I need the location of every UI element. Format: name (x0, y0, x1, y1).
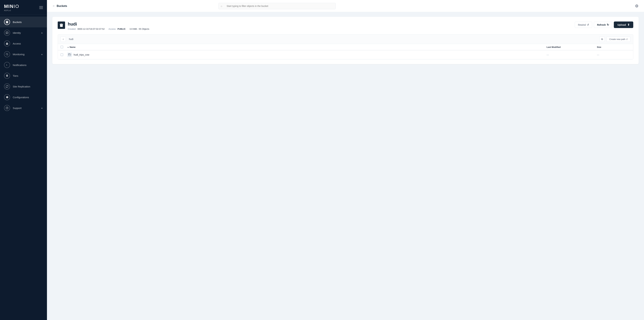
create-new-path-button[interactable]: Create new path // (606, 37, 630, 42)
rewind-icon: ↺ (587, 23, 589, 26)
sort-arrow-icon: ▲ (67, 46, 69, 48)
sidebar-support-label: Support (13, 107, 22, 110)
svg-rect-9 (68, 54, 70, 54)
search-icon: ⌕ (221, 5, 222, 8)
size-cell: — (597, 53, 630, 56)
folder-icon (67, 52, 72, 57)
bucket-info: hudi Created: 0000-12-31T16:07:02-07:52 … (68, 22, 575, 30)
sidebar-buckets-label: Buckets (13, 21, 22, 24)
create-path-icon: // (626, 38, 628, 41)
back-arrow-icon: ← (52, 4, 55, 8)
bucket-name: hudi (68, 22, 575, 27)
bucket-meta: Created: 0000-12-31T16:07:02-07:52 Acces… (68, 28, 575, 30)
meta-sep-2 (127, 28, 128, 30)
sidebar-item-identity[interactable]: Identity ▲ (0, 27, 47, 38)
sidebar-item-support[interactable]: Support ▲ (0, 103, 47, 113)
file-name: hudi_trips_cow (74, 53, 89, 56)
logo-area: MINIO AGPLv3 (4, 4, 19, 12)
svg-point-1 (6, 32, 7, 33)
sidebar-tiers-label: Tiers (13, 74, 18, 77)
col-size-header[interactable]: Size (597, 46, 630, 48)
select-all-checkbox[interactable] (60, 46, 63, 48)
sidebar-identity-label: Identity (13, 31, 21, 34)
bucket-actions: Rewind ↺ Refresh ↻ Upload ⬆ (575, 22, 633, 28)
upload-icon: ⬆ (628, 23, 630, 26)
main-wrapper: ← Buckets ⌕ ⚙ hudi Created: 0000-12-31T1… (47, 0, 644, 320)
upload-button[interactable]: Upload ⬆ (614, 22, 633, 28)
identity-icon (4, 30, 10, 36)
monitoring-chevron: ▲ (41, 53, 43, 55)
settings-gear-icon[interactable]: ⚙ (635, 4, 639, 9)
configurations-icon (4, 94, 10, 100)
table-row[interactable]: hudi_trips_cow — — (58, 50, 633, 59)
select-all-cell (60, 46, 67, 48)
svg-text:λ: λ (6, 64, 8, 66)
sidebar-item-notifications[interactable]: λ Notifications (0, 60, 47, 70)
refresh-button[interactable]: Refresh ↻ (594, 22, 612, 28)
copy-path-button[interactable]: ⧉ (600, 37, 605, 42)
row-checkbox[interactable] (60, 53, 63, 56)
svg-rect-0 (6, 32, 8, 34)
identity-chevron: ▲ (41, 32, 43, 34)
sidebar-notifications-label: Notifications (13, 64, 26, 67)
sidebar-item-site-replication[interactable]: Site Replication (0, 81, 47, 92)
monitoring-icon (4, 51, 10, 57)
sidebar-item-monitoring[interactable]: Monitoring ▲ (0, 49, 47, 60)
path-back-arrow-icon: ‹ (63, 38, 64, 41)
table-header: ▲ Name Last Modified Size (58, 44, 633, 50)
access-label: Access: (108, 28, 116, 30)
upload-label: Upload (618, 24, 626, 26)
sidebar-item-configurations[interactable]: Configurations (0, 92, 47, 103)
sidebar-access-label: Access (13, 42, 21, 45)
search-input[interactable] (218, 3, 336, 9)
tiers-icon (4, 73, 10, 79)
row-checkbox-cell (60, 53, 67, 56)
logo-version: AGPLv3 (4, 10, 19, 12)
search-bar: ⌕ (218, 3, 336, 9)
path-bar: ‹ hudi ⧉ Create new path // (58, 35, 633, 44)
svg-rect-8 (68, 54, 71, 56)
refresh-label: Refresh (597, 24, 606, 26)
rewind-label: Rewind (578, 24, 586, 26)
col-name-header[interactable]: ▲ Name (67, 46, 546, 48)
path-back-button[interactable]: ‹ (60, 37, 66, 42)
current-path: hudi (68, 38, 598, 41)
menu-toggle[interactable] (39, 6, 43, 9)
create-path-label: Create new path (609, 38, 625, 41)
storage-info: 3.9 MiB - 55 Objects (130, 28, 149, 30)
topbar: ← Buckets ⌕ ⚙ (47, 0, 644, 12)
last-modified-cell: — (546, 53, 597, 56)
created-value: 0000-12-31T16:07:02-07:52 (78, 28, 105, 30)
access-value: PUBLIC (118, 28, 126, 30)
created-label: Created: (68, 28, 76, 30)
support-icon (4, 105, 10, 111)
main-content: hudi Created: 0000-12-31T16:07:02-07:52 … (47, 12, 644, 320)
bucket-header: hudi Created: 0000-12-31T16:07:02-07:52 … (58, 22, 633, 30)
bucket-icon (58, 22, 65, 29)
sidebar-nav: Buckets Identity ▲ Access Monitoring ▲ (0, 15, 47, 320)
logo-text: MINIO (4, 4, 19, 9)
sidebar-item-access[interactable]: Access (0, 38, 47, 49)
support-chevron: ▲ (41, 107, 43, 109)
sidebar-item-buckets[interactable]: Buckets (0, 17, 47, 27)
file-name-cell: hudi_trips_cow (67, 52, 546, 57)
col-last-modified-header[interactable]: Last Modified (546, 46, 597, 48)
svg-point-4 (6, 53, 8, 55)
sidebar-site-replication-label: Site Replication (13, 85, 30, 88)
refresh-icon: ↻ (607, 23, 609, 26)
file-browser: ‹ hudi ⧉ Create new path // (58, 34, 633, 60)
copy-icon: ⧉ (601, 38, 603, 41)
access-icon (4, 41, 10, 47)
sidebar: MINIO AGPLv3 Buckets Identity ▲ (0, 0, 47, 320)
back-to-buckets[interactable]: ← Buckets (52, 4, 67, 8)
bucket-card: hudi Created: 0000-12-31T16:07:02-07:52 … (52, 17, 639, 64)
sidebar-configurations-label: Configurations (13, 96, 29, 99)
notifications-icon: λ (4, 62, 10, 68)
buckets-icon (4, 19, 10, 25)
rewind-button[interactable]: Rewind ↺ (575, 22, 592, 28)
back-label: Buckets (57, 5, 67, 8)
site-replication-icon (4, 84, 10, 90)
sidebar-item-tiers[interactable]: Tiers (0, 70, 47, 81)
meta-sep-1 (106, 28, 107, 30)
sidebar-monitoring-label: Monitoring (13, 53, 24, 56)
